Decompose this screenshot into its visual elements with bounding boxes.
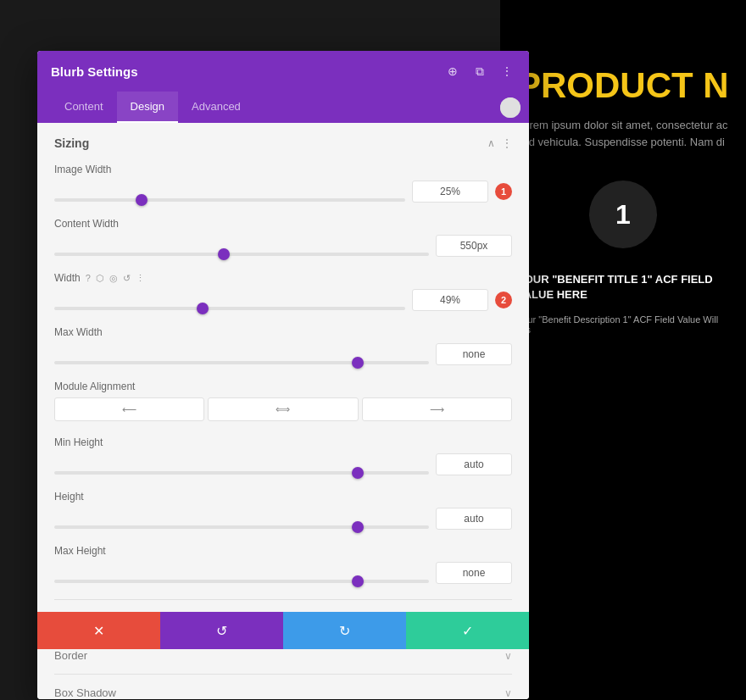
width-more-icon[interactable]: ⋮ bbox=[136, 273, 145, 284]
image-width-row: Image Width 25% 1 bbox=[54, 164, 512, 203]
width-slider[interactable] bbox=[54, 307, 405, 310]
height-row: Height auto bbox=[54, 491, 512, 530]
max-height-slider[interactable] bbox=[54, 580, 429, 583]
max-width-slider[interactable] bbox=[54, 361, 429, 364]
preview-area: PRODUCT N Lorem ipsum dolor sit amet, co… bbox=[500, 0, 746, 700]
maximize-icon[interactable]: ⊕ bbox=[444, 63, 461, 80]
image-width-track bbox=[54, 190, 405, 193]
width-link-icon[interactable]: ⬡ bbox=[96, 273, 104, 284]
width-slider-container: 49% 2 bbox=[54, 289, 512, 311]
content-width-label: Content Width bbox=[54, 218, 512, 230]
max-height-track bbox=[54, 571, 429, 575]
content-width-track bbox=[54, 244, 429, 247]
height-slider-container: auto bbox=[54, 508, 512, 530]
image-width-value[interactable]: 25% bbox=[412, 181, 488, 203]
box-shadow-section[interactable]: Box Shadow ∨ bbox=[54, 674, 512, 699]
width-reset-icon[interactable]: ↺ bbox=[123, 273, 131, 284]
height-value[interactable]: auto bbox=[436, 508, 512, 530]
content-width-value[interactable]: 550px bbox=[436, 235, 512, 257]
panel-tabs: Content Design Advanced ✕ bbox=[37, 92, 529, 123]
image-width-slider-container: 25% 1 bbox=[54, 181, 512, 203]
height-slider[interactable] bbox=[54, 525, 429, 529]
height-label: Height bbox=[54, 491, 512, 503]
content-width-slider[interactable] bbox=[54, 253, 429, 256]
section-more-icon[interactable]: ⋮ bbox=[502, 137, 512, 149]
width-badge: 2 bbox=[495, 292, 512, 308]
redo-button[interactable]: ↻ bbox=[283, 612, 406, 649]
border-chevron: ∨ bbox=[504, 650, 512, 662]
tab-advanced[interactable]: Advanced bbox=[178, 92, 254, 123]
image-width-slider[interactable] bbox=[54, 198, 405, 202]
min-height-track bbox=[54, 463, 429, 466]
width-help-icon[interactable]: ? bbox=[86, 273, 91, 283]
width-row: Width ? ⬡ ◎ ↺ ⋮ 49% 2 bbox=[54, 272, 512, 311]
settings-panel: Blurb Settings ⊕ ⧉ ⋮ Content Design Adva… bbox=[37, 51, 529, 699]
image-width-label: Image Width bbox=[54, 164, 512, 175]
header-icons: ⊕ ⧉ ⋮ bbox=[444, 63, 515, 80]
width-unit-icon[interactable]: ◎ bbox=[109, 273, 118, 284]
image-width-badge: 1 bbox=[495, 183, 512, 200]
width-label: Width ? ⬡ ◎ ↺ ⋮ bbox=[54, 272, 512, 284]
align-left-button[interactable]: ⟵ bbox=[54, 397, 204, 421]
box-shadow-chevron: ∨ bbox=[504, 687, 512, 699]
close-panel-button[interactable]: ✕ bbox=[500, 97, 521, 118]
section-controls: ∧ ⋮ bbox=[487, 137, 512, 149]
content-width-slider-container: 550px bbox=[54, 235, 512, 257]
preview-lorem: Lorem ipsum dolor sit amet, consectetur … bbox=[500, 103, 746, 164]
max-width-slider-container: none bbox=[54, 343, 512, 365]
min-height-slider-container: auto bbox=[54, 453, 512, 475]
sizing-section-header: Sizing ∧ ⋮ bbox=[54, 136, 512, 150]
max-width-track bbox=[54, 353, 429, 356]
sizing-title: Sizing bbox=[54, 136, 89, 150]
preview-benefit-title: YOUR "BENEFIT TITLE 1" ACF FIELD VALUE H… bbox=[500, 272, 746, 303]
max-height-slider-container: none bbox=[54, 562, 512, 584]
max-height-value[interactable]: none bbox=[436, 562, 512, 584]
tab-design[interactable]: Design bbox=[117, 92, 178, 123]
more-icon[interactable]: ⋮ bbox=[498, 63, 515, 80]
box-shadow-title: Box Shadow bbox=[54, 686, 116, 699]
reset-button[interactable]: ↺ bbox=[160, 612, 283, 649]
tab-content[interactable]: Content bbox=[51, 92, 117, 123]
max-width-value[interactable]: none bbox=[436, 343, 512, 365]
preview-benefit-desc: Your "Benefit Description 1" ACF Field V… bbox=[500, 309, 746, 340]
max-width-row: Max Width none bbox=[54, 326, 512, 365]
min-height-value[interactable]: auto bbox=[436, 453, 512, 475]
border-title: Border bbox=[54, 649, 87, 662]
width-value[interactable]: 49% bbox=[412, 289, 488, 311]
collapse-icon[interactable]: ∧ bbox=[487, 137, 495, 149]
preview-badge: 1 bbox=[589, 181, 657, 248]
cancel-button[interactable]: ✕ bbox=[37, 612, 160, 649]
max-width-label: Max Width bbox=[54, 326, 512, 338]
preview-headline: PRODUCT N bbox=[500, 0, 746, 103]
save-button[interactable]: ✓ bbox=[406, 612, 529, 649]
max-height-row: Max Height none bbox=[54, 545, 512, 584]
panel-header: Blurb Settings ⊕ ⧉ ⋮ bbox=[37, 51, 529, 92]
bottom-toolbar: ✕ ↺ ↻ ✓ bbox=[37, 612, 529, 649]
min-height-label: Min Height bbox=[54, 436, 512, 448]
columns-icon[interactable]: ⧉ bbox=[471, 63, 488, 80]
max-height-label: Max Height bbox=[54, 545, 512, 557]
width-track bbox=[54, 298, 405, 302]
content-width-row: Content Width 550px bbox=[54, 218, 512, 257]
module-alignment-label: Module Alignment bbox=[54, 381, 512, 392]
alignment-options: ⟵ ⟺ ⟶ bbox=[54, 397, 512, 421]
min-height-slider[interactable] bbox=[54, 471, 429, 475]
min-height-row: Min Height auto bbox=[54, 436, 512, 475]
module-alignment-row: Module Alignment ⟵ ⟺ ⟶ bbox=[54, 381, 512, 421]
panel-title: Blurb Settings bbox=[51, 64, 138, 79]
align-right-button[interactable]: ⟶ bbox=[362, 397, 512, 421]
height-track bbox=[54, 517, 429, 520]
align-center-button[interactable]: ⟺ bbox=[208, 397, 358, 421]
